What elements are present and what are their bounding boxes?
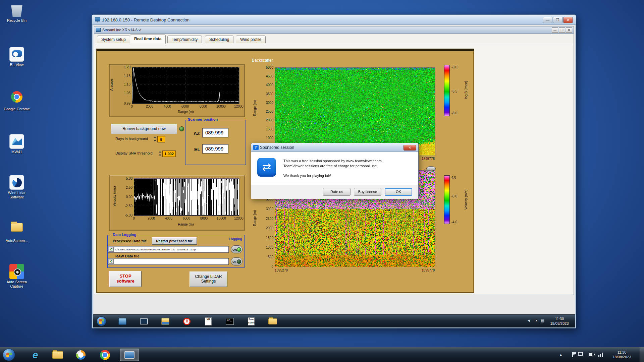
buy-license-button[interactable]: Buy license bbox=[354, 188, 381, 196]
host-date: 18/08/2023 bbox=[608, 355, 635, 359]
tab-temp-humidity[interactable]: Temp/humidity bbox=[167, 36, 202, 43]
el-value-field[interactable]: 089.999 bbox=[202, 144, 228, 154]
streamline-titlebar[interactable]: StreamLine XR v14-6.vi — ❐ ✕ bbox=[94, 26, 574, 34]
chrome-icon bbox=[9, 91, 24, 106]
streamline-restore-button[interactable]: ❐ bbox=[559, 27, 565, 33]
raw-logging-toggle[interactable]: OFF bbox=[231, 257, 243, 265]
velocity-colorbar-label: Velocity (m/s) bbox=[464, 185, 468, 214]
renew-background-button[interactable]: Renew background now bbox=[111, 124, 177, 134]
show-desktop-button[interactable] bbox=[640, 347, 644, 362]
velocity-heatmap-x-end: 1895778 bbox=[411, 268, 435, 272]
snr-spinner[interactable] bbox=[159, 150, 162, 157]
rdp-maximize-button[interactable]: ❐ bbox=[553, 17, 562, 23]
toggle-led-off bbox=[237, 259, 241, 264]
volume-icon[interactable]: 🕨 bbox=[535, 318, 537, 322]
desktop-icon-auto-screen-capture[interactable]: Auto Screen Capture bbox=[1, 264, 32, 289]
action-center-flag-icon[interactable] bbox=[572, 352, 573, 357]
axis-tick: 4000 bbox=[260, 83, 273, 87]
stop-software-button[interactable]: STOP software bbox=[109, 271, 142, 287]
remote-task-monitor[interactable] bbox=[137, 317, 151, 326]
remote-task-folder[interactable] bbox=[266, 317, 279, 326]
tab-scheduling[interactable]: Scheduling bbox=[205, 36, 233, 43]
backscatter-colorbar-label: log B [/m/sr] bbox=[464, 77, 468, 104]
desktop-icon-bl-view[interactable]: BL-View bbox=[1, 47, 32, 67]
renew-background-led bbox=[179, 126, 184, 131]
battery-tray-icon[interactable] bbox=[589, 352, 594, 356]
processed-path-field[interactable]: C C:\Lidar\Data\Proc\2023\202308\2023081… bbox=[108, 246, 229, 253]
colorbar-tick: -4.0 bbox=[451, 220, 464, 224]
tab-wind-profile[interactable]: Wind profile bbox=[236, 36, 266, 43]
velocity-heatmap-x-start: 1895279 bbox=[275, 268, 298, 272]
colorbar-tick: -5.5 bbox=[451, 89, 464, 93]
tray-expand-arrow[interactable]: ▴ bbox=[560, 352, 562, 357]
host-start-button[interactable] bbox=[3, 349, 15, 361]
rdp-titlebar[interactable]: 192.168.0.150 - Remote Desktop Connectio… bbox=[92, 15, 576, 25]
host-task-explorer[interactable] bbox=[49, 349, 66, 361]
host-task-chrome[interactable] bbox=[96, 349, 114, 361]
tab-real-time-data[interactable]: Real time data bbox=[130, 35, 166, 44]
change-lidar-settings-button[interactable]: Change LiDAR Settings bbox=[190, 272, 227, 287]
axis-tick: 12000 bbox=[232, 217, 246, 220]
streamline-close-button[interactable]: ✕ bbox=[566, 27, 572, 33]
slider-knob[interactable] bbox=[426, 166, 436, 171]
network-tray-icon[interactable] bbox=[598, 352, 604, 357]
az-label: AZ bbox=[194, 131, 200, 136]
chrome-icon bbox=[100, 350, 110, 360]
monitor-icon bbox=[140, 318, 148, 324]
remote-task-scan-sched[interactable]: Scan sched bbox=[245, 317, 258, 326]
axis-tick: 3500 bbox=[260, 92, 273, 96]
rdp-close-button[interactable]: ✕ bbox=[563, 17, 573, 23]
rays-value[interactable]: 8 bbox=[157, 136, 165, 142]
desktop-icon-label: BL-View bbox=[1, 63, 32, 67]
desktop-icon-mw41[interactable]: MW41 bbox=[1, 134, 32, 154]
remote-task-console[interactable]: C:\_ bbox=[223, 317, 236, 326]
folder-icon bbox=[268, 318, 277, 324]
streamline-minimize-button[interactable]: — bbox=[552, 27, 558, 33]
remote-clock[interactable]: 11:30 18/08/2023 bbox=[546, 316, 573, 326]
desktop-icon-recycle-bin[interactable]: Recycle Bin bbox=[1, 3, 32, 23]
host-task-ie[interactable]: e bbox=[26, 349, 44, 361]
raw-path-field[interactable]: C bbox=[108, 258, 229, 265]
velocity-heatmap-ylabel: Range (m) bbox=[253, 206, 257, 230]
backscatter-title: Backscatter bbox=[252, 58, 273, 63]
path-drive-icon[interactable]: C bbox=[109, 259, 114, 264]
remote-task-power[interactable] bbox=[180, 317, 194, 326]
path-drive-icon[interactable]: C bbox=[109, 247, 114, 252]
axis-tick: 12000 bbox=[232, 105, 246, 108]
tab-system-setup[interactable]: System setup bbox=[97, 36, 130, 43]
display-tray-icon[interactable] bbox=[578, 352, 583, 356]
rate-us-button[interactable]: Rate us bbox=[323, 188, 351, 196]
colorbar-tick: -0.0 bbox=[451, 194, 464, 198]
colorbar-tick: 4.0 bbox=[451, 176, 464, 179]
tray-expand-arrow[interactable]: ◄ bbox=[527, 318, 531, 322]
axis-tick: 1000 bbox=[260, 136, 273, 140]
mw41-icon bbox=[9, 134, 24, 149]
host-task-rdp-active[interactable] bbox=[120, 349, 139, 361]
desktop-icon-google-chrome[interactable]: Google Chrome bbox=[1, 90, 32, 111]
remote-tray[interactable]: ◄ 🕨 ▤ bbox=[527, 318, 544, 323]
snr-value[interactable]: 1.002 bbox=[162, 150, 176, 157]
desktop-icon-autoscreen-folder[interactable]: AutoScreen... bbox=[1, 220, 32, 243]
remote-task-photos[interactable] bbox=[159, 317, 172, 326]
remote-start-button[interactable] bbox=[97, 316, 106, 326]
language-icon[interactable]: ▤ bbox=[541, 318, 544, 322]
axis-tick: 4000 bbox=[161, 105, 174, 108]
rays-spinner[interactable] bbox=[154, 136, 157, 142]
restart-processed-file-button[interactable]: Restart processed file bbox=[152, 237, 197, 245]
az-value-field[interactable]: 089.999 bbox=[202, 128, 228, 137]
axis-tick: 5000 bbox=[260, 66, 273, 69]
remote-task-streamline[interactable]: XR bbox=[202, 317, 215, 326]
axis-tick: 2000 bbox=[260, 118, 273, 122]
rdp-minimize-button[interactable]: — bbox=[543, 17, 552, 23]
remote-task-app1[interactable] bbox=[116, 317, 129, 326]
axis-tick: 3000 bbox=[260, 207, 273, 211]
data-logging-title: Data Logging bbox=[112, 233, 137, 237]
stop-button-line1: STOP bbox=[110, 274, 141, 279]
host-clock[interactable]: 11:30 18/08/2023 bbox=[608, 350, 635, 359]
dialog-titlebar[interactable]: ⇄ Sponsored session ✕ bbox=[251, 143, 418, 152]
processed-logging-toggle[interactable]: ON bbox=[231, 245, 243, 253]
ok-button[interactable]: OK bbox=[385, 188, 412, 196]
dialog-close-button[interactable]: ✕ bbox=[404, 145, 416, 150]
host-task-wmp[interactable] bbox=[72, 349, 90, 361]
desktop-icon-wind-lidar-software[interactable]: Wind Lidar Software bbox=[1, 175, 32, 199]
